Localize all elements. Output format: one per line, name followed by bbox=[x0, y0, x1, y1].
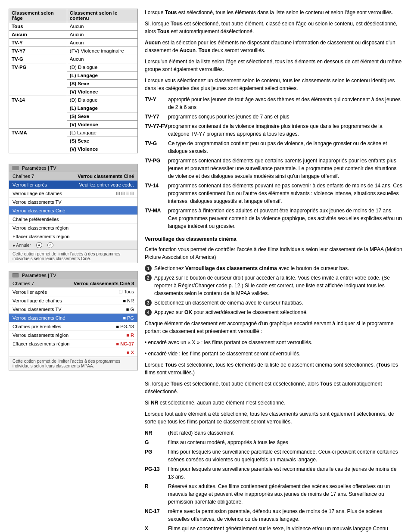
menu2-row-item[interactable]: Verrou classements TV■ G bbox=[9, 305, 137, 314]
aucun-paragraph: Aucun est la sélection pour les éléments… bbox=[145, 39, 402, 54]
tv-rating-desc: programmes conçus pour les jeunes de 7 a… bbox=[168, 113, 290, 121]
menu-row-value: ■ X bbox=[127, 350, 134, 355]
menu1-row-item[interactable]: Chaîne préférentielles bbox=[9, 215, 137, 224]
menu1-row-item[interactable]: Effacer classements région bbox=[9, 232, 137, 241]
menu-row-label: Chaîne préférentielles bbox=[12, 217, 134, 222]
table-cell-content: Aucun bbox=[67, 39, 137, 47]
table-cell-age: TV-PG bbox=[9, 63, 67, 96]
step-text: Sélectionnez Verrouillage des classement… bbox=[154, 264, 349, 272]
tv-rating-term: TV-G bbox=[145, 140, 165, 147]
right-column: Lorsque Tous est sélectionné, tous les é… bbox=[145, 9, 402, 532]
menu-row-value: ■ PG-13 bbox=[116, 324, 134, 329]
table-cell-content: (V) Violence bbox=[67, 88, 137, 96]
menu2-row-item[interactable]: Verrou classements région■ R bbox=[9, 331, 137, 339]
menu-row-value: ■ NC-17 bbox=[116, 341, 134, 346]
tv-rating-desc: Ce type de programmation contient peu ou… bbox=[168, 140, 402, 155]
menu2-row-item[interactable]: Effacer classements région■ NC-17 bbox=[9, 339, 137, 348]
menu-row-label: Chaînes préférentielles bbox=[12, 324, 113, 329]
menu1-rows-container: Verrouiller aprèsVeuillez entrer votre c… bbox=[9, 180, 137, 241]
table-cell-age: TV-MA bbox=[9, 129, 67, 153]
menu-footnote-2: Cette option permet de limiter l'accès à… bbox=[9, 357, 137, 370]
menu2-row-item[interactable]: ■ X bbox=[9, 348, 137, 357]
menu1-row-item[interactable]: Verrou classements TV bbox=[9, 198, 137, 206]
mpaa-rating-item: XFilms qui se concentrent généralement s… bbox=[145, 525, 402, 532]
code-dot bbox=[131, 192, 134, 195]
menu-row-label: Verrou classements Ciné bbox=[12, 315, 119, 320]
footer-cancel-icon: ● Annuler bbox=[12, 243, 31, 248]
menu-row-label: Verrouillage de chaînes bbox=[12, 191, 113, 196]
table-cell-content: (L) Langage bbox=[67, 129, 137, 137]
step-number: 1 bbox=[145, 265, 152, 272]
menu2-rows-container: Verrouiller après☐ TousVerrouillage de c… bbox=[9, 288, 137, 357]
code-dots bbox=[116, 192, 134, 195]
cinema-step: 1Sélectionnez Verrouillage des classemen… bbox=[145, 264, 402, 272]
table-cell-content: Aucun bbox=[67, 55, 137, 63]
tv-ratings-section: TV-Yapproprié pour les jeunes de tout âg… bbox=[145, 96, 402, 230]
menu-footer-1: ● Annuler ● ○ bbox=[9, 241, 137, 249]
tv-rating-desc: programmes à l'intention des adultes et … bbox=[168, 207, 402, 230]
menu-top-row-1: Chaînes 7 Verrou classements Ciné bbox=[9, 172, 137, 180]
intro-paragraph: Lorsque Tous est sélectionné, tous les é… bbox=[145, 9, 402, 16]
tv-rating-item: TV-Yapproprié pour les jeunes de tout âg… bbox=[145, 96, 402, 111]
menu1-row-item[interactable]: Verrou classements Ciné bbox=[9, 206, 137, 215]
menu-header-1: Paramètres | TV bbox=[9, 164, 137, 172]
mpaa-rating-item: NC-17même avec la permission parentale, … bbox=[145, 507, 402, 523]
menu-header-label-1: Paramètres | TV bbox=[22, 165, 56, 171]
menu-row-label: Verrouiller après bbox=[12, 289, 115, 295]
mpaa-rating-term: X bbox=[145, 525, 165, 532]
step-text: Appuyez sur OK pour activer/désactiver l… bbox=[154, 308, 308, 316]
menu2-row-item[interactable]: Verrouiller après☐ Tous bbox=[9, 288, 137, 296]
footer-circle-1: ● bbox=[36, 242, 42, 248]
tv-rating-item: TV-Y7programmes conçus pour les jeunes d… bbox=[145, 113, 402, 121]
table-header-content: Classement selon le contenu bbox=[67, 9, 137, 22]
step-number: 2 bbox=[145, 274, 152, 281]
tv-rating-term: TV-MA bbox=[145, 207, 165, 215]
mpaa-rating-desc: films au contenu modéré, appropriés à to… bbox=[168, 439, 288, 446]
tv-rating-term: TV-Y7 bbox=[145, 113, 165, 121]
menu-row-value: ■ G bbox=[126, 307, 134, 312]
tous-paragraph: Lorsque Tous est sélectionné, tous les é… bbox=[145, 361, 402, 376]
tous-paragraph: Si NR est sélectionné, aucun autre éléme… bbox=[145, 399, 402, 407]
menu-top-row-2: Chaînes 7 Verrou classements Ciné 8 bbox=[9, 279, 137, 288]
code-dot bbox=[121, 192, 125, 195]
encadre-paragraph: Chaque élément de classement est accompa… bbox=[145, 320, 402, 335]
cinema-steps-list: 1Sélectionnez Verrouillage des classemen… bbox=[145, 264, 402, 316]
menu-row-label: Verrouillage de chaînes bbox=[12, 298, 119, 303]
menu2-row-item[interactable]: Verrou classements Ciné■ PG bbox=[9, 314, 137, 322]
table-cell-content: (S) Sexe bbox=[67, 112, 137, 121]
menu1-row-item[interactable]: Verrouiller aprèsVeuillez entrer votre c… bbox=[9, 180, 137, 189]
mpaa-rating-term: G bbox=[145, 439, 165, 446]
table-cell-content: Aucun bbox=[67, 22, 137, 31]
encadre-paragraph: • encadré avec un « X » : les films port… bbox=[145, 339, 402, 346]
menu2-row-item[interactable]: Verrouillage de chaînes■ NR bbox=[9, 296, 137, 305]
tous-text: Lorsque Tous est sélectionné, tous les é… bbox=[145, 361, 402, 407]
cinema-step: 4Appuyez sur OK pour activer/désactiver … bbox=[145, 308, 402, 316]
menu2-row-item[interactable]: Chaînes préférentielles■ PG-13 bbox=[9, 322, 137, 331]
menu-row-value: ■ NR bbox=[123, 298, 134, 303]
table-cell-age: Tous bbox=[9, 22, 67, 31]
tv-rating-item: TV-14programmes contenant des éléments p… bbox=[145, 182, 402, 205]
menu1-row-item[interactable]: Verrouillage de chaînes bbox=[9, 189, 137, 198]
footer-circle-2: ○ bbox=[47, 242, 53, 248]
menu-row-value: ■ R bbox=[126, 333, 134, 338]
step-number: 3 bbox=[145, 299, 152, 306]
mpaa-rating-desc: (Not rated) Sans classement bbox=[168, 429, 234, 437]
table-cell-age: TV-Y7 bbox=[9, 47, 67, 55]
menu-header-2: Paramètres | TV bbox=[9, 271, 137, 279]
menu-row-label: Verrou classements TV bbox=[12, 199, 134, 205]
intro-paragraphs: Lorsque Tous est sélectionné, tous les é… bbox=[145, 9, 402, 35]
mpaa-rating-item: RRéservé aux adultes. Ces films contienn… bbox=[145, 482, 402, 506]
menu1-row-item[interactable]: Verrou classements région bbox=[9, 224, 137, 232]
mpaa-rating-desc: Films qui se concentrent généralement su… bbox=[168, 525, 402, 532]
step-text: Sélectionnez un classement de cinéma ave… bbox=[154, 299, 303, 307]
tv-rating-desc: programmes contenant des éléments que ce… bbox=[168, 157, 402, 180]
table-cell-age: Aucun bbox=[9, 31, 67, 39]
cinema-section: Verrouillage des classements cinéma Cett… bbox=[145, 235, 402, 532]
mpaa-rating-item: PGfilms pour lesquels une surveillance p… bbox=[145, 448, 402, 464]
cinema-step: 2Appuyez sur le bouton de curseur droit … bbox=[145, 274, 402, 297]
tv-rating-item: TV-GCe type de programmation contient pe… bbox=[145, 140, 402, 155]
tv-rating-desc: programmes contenant des éléments pouvan… bbox=[168, 182, 402, 205]
menu-row-value: Veuillez entrer votre code. bbox=[79, 182, 134, 187]
table-cell-content: (D) Dialogue bbox=[67, 63, 137, 72]
mpaa-rating-item: Gfilms au contenu modéré, appropriés à t… bbox=[145, 439, 402, 446]
